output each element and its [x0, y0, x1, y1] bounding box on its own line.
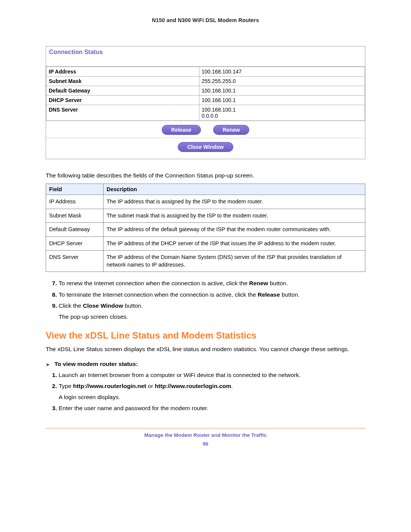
status-row: DHCP Server100.168.100.1 — [46, 96, 365, 105]
cell-desc: The IP address of the default gateway of… — [104, 223, 365, 237]
step-8: To terminate the Internet connection whe… — [59, 290, 365, 299]
document-title: N150 and N300 WiFi DSL Modem Routers — [46, 17, 365, 23]
step-text: Type — [59, 383, 73, 389]
step-bold: Close Window — [83, 302, 123, 309]
step-text: or — [146, 383, 155, 389]
step-bold: Renew — [249, 280, 268, 286]
table-header-description: Description — [104, 184, 365, 195]
renew-button[interactable]: Renew — [213, 125, 249, 135]
status-row: Subnet Mask255.255.255.0 — [46, 77, 365, 86]
table-row: Subnet MaskThe subnet mask that is assig… — [46, 209, 365, 223]
status-row: IP Address100.168.100.147 — [46, 67, 365, 77]
release-button[interactable]: Release — [162, 125, 201, 135]
steps-list-b: Launch an Internet browser from a comput… — [46, 371, 365, 413]
status-label: DHCP Server — [46, 96, 199, 105]
status-value: 100.168.100.147 — [199, 67, 365, 77]
table-row: IP AddressThe IP address that is assigne… — [46, 195, 365, 209]
connection-status-table: IP Address100.168.100.147 Subnet Mask255… — [46, 67, 365, 121]
table-row: DNS ServerThe IP address of the Domain N… — [46, 251, 365, 272]
cell-field: DHCP Server — [46, 236, 104, 251]
step-text: button. — [280, 291, 300, 298]
procedure-subhead: To view modem router status: — [54, 361, 138, 367]
table-row: DHCP ServerThe IP address of the DHCP se… — [46, 236, 365, 251]
cell-field: Default Gateway — [46, 223, 104, 237]
status-label: Default Gateway — [46, 86, 199, 96]
cell-desc: The IP address of the Domain Name System… — [104, 251, 365, 272]
status-row: Default Gateway100.168.100.1 — [46, 86, 365, 96]
status-label: Subnet Mask — [46, 77, 199, 86]
table-row: Default GatewayThe IP address of the def… — [46, 223, 365, 237]
status-value: 255.255.255.0 — [199, 77, 365, 86]
status-value: 100.168.100.1 — [199, 86, 365, 96]
cell-desc: The IP address of the DHCP server of the… — [104, 236, 365, 251]
status-value: 100.168.100.1 — [199, 96, 365, 105]
step-3: Enter the user name and password for the… — [59, 404, 365, 412]
step-2-sub: A login screen displays. — [59, 393, 365, 401]
footer-rule — [46, 428, 365, 428]
status-label: IP Address — [46, 67, 199, 77]
step-bold: http://www.routerlogin.net — [73, 383, 146, 389]
step-text: To renew the Internet connection when th… — [59, 280, 249, 286]
section-paragraph: The xDSL Line Status screen displays the… — [46, 345, 365, 353]
step-9-sub: The pop-up screen closes. — [59, 312, 365, 321]
status-row: DNS Server100.168.100.1 0.0.0.0 — [46, 105, 365, 121]
steps-list-a: To renew the Internet connection when th… — [46, 279, 365, 321]
step-text: button. — [268, 280, 288, 286]
step-text: button. — [123, 302, 143, 309]
cell-field: IP Address — [46, 195, 104, 209]
arrow-icon: ➤ — [46, 361, 50, 367]
cell-desc: The subnet mask that is assigned by the … — [104, 209, 365, 223]
step-text: . — [231, 383, 233, 389]
connection-status-panel: Connection Status IP Address100.168.100.… — [46, 46, 365, 159]
intro-text: The following table describes the fields… — [46, 172, 365, 179]
cell-desc: The IP address that is assigned by the I… — [104, 195, 365, 209]
page-number: 96 — [46, 441, 365, 447]
step-1: Launch an Internet browser from a comput… — [59, 371, 365, 379]
step-bold: http://www.routerlogin.com — [155, 383, 231, 389]
step-2: Type http://www.routerlogin.net or http:… — [59, 382, 365, 402]
status-label: DNS Server — [46, 105, 199, 121]
step-text: To terminate the Internet connection whe… — [59, 291, 258, 298]
step-9: Click the Close Window button. The pop-u… — [59, 301, 365, 321]
table-header-field: Field — [46, 184, 104, 195]
cell-field: Subnet Mask — [46, 209, 104, 223]
status-value: 100.168.100.1 0.0.0.0 — [199, 105, 365, 121]
close-window-button[interactable]: Close Window — [178, 142, 233, 152]
connection-status-heading: Connection Status — [46, 46, 365, 67]
section-heading: View the xDSL Line Status and Modem Stat… — [46, 330, 365, 341]
cell-field: DNS Server — [46, 251, 104, 272]
step-7: To renew the Internet connection when th… — [59, 279, 365, 288]
step-bold: Release — [258, 291, 280, 298]
field-description-table: Field Description IP AddressThe IP addre… — [46, 184, 365, 272]
step-text: Click the — [59, 302, 83, 309]
footer-text: Manage the Modem Router and Monitor the … — [46, 432, 365, 438]
